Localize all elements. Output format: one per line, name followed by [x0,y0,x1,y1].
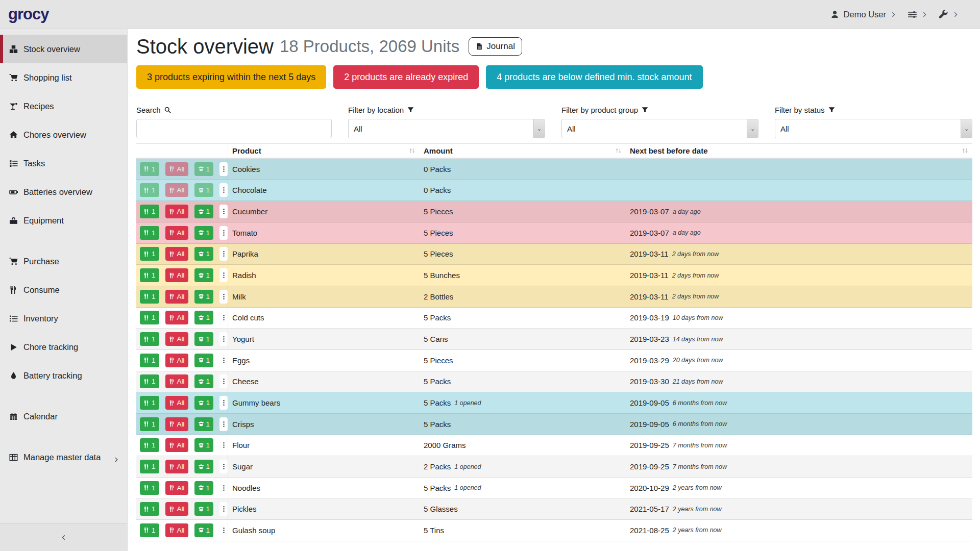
row-menu-button[interactable] [219,162,228,176]
open-one-button[interactable]: 1 [194,205,214,218]
sidebar-item-inventory[interactable]: Inventory [0,304,127,333]
sidebar-item-shopping-list[interactable]: Shopping list [0,63,127,92]
consume-one-button[interactable]: 1 [140,226,159,240]
consume-one-button[interactable]: 1 [140,354,159,367]
sidebar-item-stock-overview[interactable]: Stock overview [0,35,127,63]
consume-all-button[interactable]: All [165,311,188,324]
row-menu-button[interactable] [219,268,228,282]
consume-one-button[interactable]: 1 [140,460,159,473]
open-one-button[interactable]: 1 [194,162,214,176]
consume-all-button[interactable]: All [165,183,188,197]
consume-one-button[interactable]: 1 [140,481,159,495]
open-one-button[interactable]: 1 [194,481,214,495]
open-one-button[interactable]: 1 [194,523,214,537]
sidebar-item-purchase[interactable]: Purchase [0,247,127,276]
consume-one-button[interactable]: 1 [140,205,159,218]
row-menu-button[interactable] [219,290,228,304]
sidebar-item-chore-tracking[interactable]: Chore tracking [0,333,127,361]
sidebar-item-tasks[interactable]: Tasks [0,149,127,178]
filter-status-select[interactable]: All ⌄ [775,119,972,138]
open-one-button[interactable]: 1 [194,268,214,282]
open-one-button[interactable]: 1 [194,460,214,473]
consume-all-button[interactable]: All [165,460,188,473]
open-one-button[interactable]: 1 [194,247,214,261]
sidebar-item-recipes[interactable]: Recipes [0,92,127,120]
admin-menu[interactable] [939,10,959,19]
sidebar-item-consume[interactable]: Consume [0,276,127,304]
user-menu[interactable]: Demo User [830,10,896,19]
row-menu-button[interactable] [219,502,228,516]
open-one-button[interactable]: 1 [194,354,214,367]
row-menu-button[interactable] [219,226,228,240]
consume-one-button[interactable]: 1 [140,247,159,261]
filter-location-select[interactable]: All ⌄ [348,119,545,138]
open-one-button[interactable]: 1 [194,332,214,346]
consume-all-button[interactable]: All [165,205,188,218]
consume-all-button[interactable]: All [165,247,188,261]
open-one-button[interactable]: 1 [194,290,214,304]
row-menu-button[interactable] [219,247,228,261]
consume-one-button[interactable]: 1 [140,290,159,304]
consume-all-button[interactable]: All [165,268,188,282]
consume-all-button[interactable]: All [165,502,188,516]
open-one-button[interactable]: 1 [194,183,214,197]
row-menu-button[interactable] [219,417,228,431]
sidebar-item-calendar[interactable]: Calendar [0,402,127,431]
open-one-button[interactable]: 1 [194,311,214,324]
consume-all-button[interactable]: All [165,438,188,452]
alert-expiring-button[interactable]: 3 products expiring within the next 5 da… [136,65,326,89]
consume-one-button[interactable]: 1 [140,438,159,452]
consume-one-button[interactable]: 1 [140,417,159,431]
sidebar-item-manage-master-data[interactable]: Manage master data [0,443,127,471]
consume-all-button[interactable]: All [165,396,188,410]
alert-below-min-stock-button[interactable]: 4 products are below defined min. stock … [486,65,702,89]
row-menu-button[interactable] [219,205,228,218]
filter-product-group-select[interactable]: All ⌄ [561,119,758,138]
sidebar-item-batteries-overview[interactable]: Batteries overview [0,178,127,206]
consume-all-button[interactable]: All [165,374,188,388]
consume-one-button[interactable]: 1 [140,268,159,282]
open-one-button[interactable]: 1 [194,396,214,410]
sort-icon[interactable] [409,147,415,154]
sort-icon[interactable] [615,147,622,154]
row-menu-button[interactable] [219,311,228,324]
row-menu-button[interactable] [219,438,228,452]
consume-all-button[interactable]: All [165,162,188,176]
consume-one-button[interactable]: 1 [140,311,159,324]
consume-one-button[interactable]: 1 [140,162,159,176]
sort-icon[interactable] [962,147,968,154]
row-menu-button[interactable] [219,460,228,473]
consume-one-button[interactable]: 1 [140,523,159,537]
consume-all-button[interactable]: All [165,417,188,431]
consume-all-button[interactable]: All [165,481,188,495]
journal-button[interactable]: Journal [469,37,522,56]
consume-all-button[interactable]: All [165,290,188,304]
consume-all-button[interactable]: All [165,226,188,240]
consume-all-button[interactable]: All [165,523,188,537]
header-amount-column[interactable]: Amount [420,144,626,158]
open-one-button[interactable]: 1 [194,502,214,516]
settings-menu[interactable] [908,10,927,19]
open-one-button[interactable]: 1 [194,417,214,431]
consume-one-button[interactable]: 1 [140,332,159,346]
sidebar-item-chores-overview[interactable]: Chores overview [0,120,127,149]
open-one-button[interactable]: 1 [194,226,214,240]
consume-all-button[interactable]: All [165,354,188,367]
row-menu-button[interactable] [219,183,228,197]
consume-one-button[interactable]: 1 [140,374,159,388]
open-one-button[interactable]: 1 [194,438,214,452]
header-best-before-column[interactable]: Next best before date [626,144,972,158]
consume-all-button[interactable]: All [165,332,188,346]
sidebar-item-equipment[interactable]: Equipment [0,206,127,235]
row-menu-button[interactable] [219,354,228,367]
alert-expired-button[interactable]: 2 products are already expired [333,65,479,89]
row-menu-button[interactable] [219,523,228,537]
sidebar-collapse-button[interactable] [0,523,127,551]
search-input[interactable] [136,119,332,138]
sidebar-item-battery-tracking[interactable]: Battery tracking [0,361,127,390]
consume-one-button[interactable]: 1 [140,183,159,197]
row-menu-button[interactable] [219,374,228,388]
header-product-column[interactable]: Product [228,144,420,158]
row-menu-button[interactable] [219,396,228,410]
row-menu-button[interactable] [219,481,228,495]
